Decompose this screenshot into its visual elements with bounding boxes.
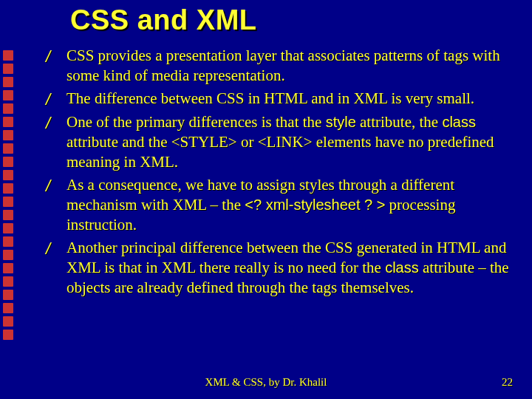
bullet-item: /CSS provides a presentation layer that … (46, 46, 510, 86)
bullet-text: As a consequence, we have to assign styl… (66, 175, 510, 235)
slide: CSS and XML /CSS provides a presentation… (0, 0, 532, 399)
bullet-item: /Another principal difference between th… (46, 238, 510, 298)
bullet-item: /As a consequence, we have to assign sty… (46, 175, 510, 235)
slide-content: /CSS provides a presentation layer that … (46, 46, 510, 301)
decor-square (3, 130, 13, 140)
decor-square (3, 263, 13, 273)
bullet-text: One of the primary differences is that t… (66, 112, 510, 172)
decor-squares (3, 50, 16, 340)
decor-square (3, 330, 13, 340)
decor-square (3, 197, 13, 207)
decor-square (3, 250, 13, 260)
bullet-mark-icon: / (46, 175, 66, 196)
decor-square (3, 303, 13, 313)
decor-square (3, 223, 13, 233)
decor-square (3, 64, 13, 74)
slide-title: CSS and XML (70, 4, 257, 36)
bullet-text: Another principal difference between the… (66, 238, 510, 298)
bullet-mark-icon: / (46, 46, 66, 66)
footer-credit: XML & CSS, by Dr. Khalil (0, 376, 532, 389)
bullet-text: The difference between CSS in HTML and i… (66, 89, 510, 109)
decor-square (3, 170, 13, 180)
bullet-mark-icon: / (46, 238, 66, 259)
bullet-text: CSS provides a presentation layer that a… (66, 46, 510, 86)
decor-square (3, 290, 13, 300)
page-number: 22 (502, 376, 513, 389)
decor-square (3, 183, 13, 194)
decor-square (3, 143, 13, 154)
decor-square (3, 103, 13, 114)
decor-square (3, 117, 13, 127)
decor-square (3, 77, 13, 87)
decor-square (3, 276, 13, 287)
decor-square (3, 157, 13, 167)
decor-square (3, 316, 13, 327)
bullet-mark-icon: / (46, 89, 66, 109)
decor-square (3, 90, 13, 100)
bullet-item: /The difference between CSS in HTML and … (46, 89, 510, 109)
decor-square (3, 236, 13, 247)
bullet-mark-icon: / (46, 112, 66, 133)
decor-square (3, 210, 13, 220)
decor-square (3, 50, 13, 61)
bullet-item: /One of the primary differences is that … (46, 112, 510, 172)
